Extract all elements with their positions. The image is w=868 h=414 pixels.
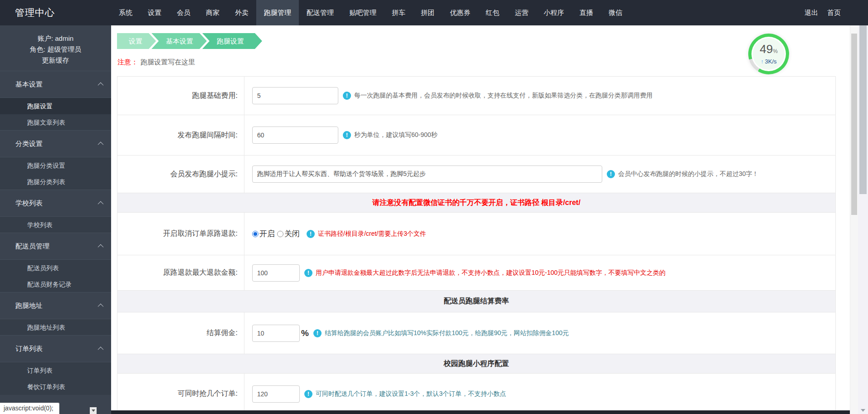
radio-button-icon[interactable] bbox=[277, 231, 283, 237]
browser-status-bar: javascript:void(0); bbox=[0, 403, 59, 414]
text-input[interactable] bbox=[252, 87, 338, 104]
field-label: 原路退款最大退款金额: bbox=[117, 255, 244, 290]
home-link[interactable]: 首页 bbox=[827, 0, 841, 25]
form-row: 校园跑腿小程序配置 bbox=[117, 354, 835, 374]
sidebar-item[interactable]: 跑腿分类列表 bbox=[0, 174, 111, 190]
chevron-up-icon bbox=[98, 303, 104, 309]
content-scrollbar[interactable] bbox=[850, 25, 858, 414]
sidebar-item[interactable]: 配送员列表 bbox=[0, 260, 111, 276]
refresh-cache-link[interactable]: 更新缓存 bbox=[0, 55, 111, 66]
up-arrow-icon: ↑ bbox=[761, 58, 763, 65]
gauge-speed: ↑3K/s bbox=[761, 58, 776, 65]
sidebar-item[interactable]: 跑腿分类设置 bbox=[0, 157, 111, 174]
sidebar-item[interactable]: 学校列表 bbox=[0, 217, 111, 233]
breadcrumb-step[interactable]: 设置 bbox=[117, 33, 156, 49]
field-body: 开启关闭!证书路径/根目录/cret/需要上传3个文件 bbox=[244, 229, 835, 239]
nav-item[interactable]: 拼车 bbox=[384, 0, 413, 25]
warning-text: 请注意没有配置微信证书的千万不要开启，证书路径 根目录/cret/ bbox=[372, 198, 580, 208]
nav-item[interactable]: 设置 bbox=[140, 0, 169, 25]
field-label: 可同时抢几个订单: bbox=[117, 374, 244, 414]
nav-item[interactable]: 外卖 bbox=[227, 0, 256, 25]
text-input[interactable] bbox=[252, 166, 602, 183]
nav-item[interactable]: 拼团 bbox=[413, 0, 442, 25]
page-bottom-strip bbox=[111, 410, 858, 414]
sidebar-group-label: 配送员管理 bbox=[15, 242, 49, 251]
sidebar-item[interactable]: 餐饮订单列表 bbox=[0, 379, 111, 395]
field-body: !用户申请退款金额最大超过此数字后无法申请退款，不支持小数点，建议设置10元-1… bbox=[244, 264, 835, 282]
help-text: 证书路径/根目录/cret/需要上传3个文件 bbox=[318, 230, 426, 238]
radio-option[interactable]: 关闭 bbox=[277, 229, 300, 239]
network-gauge: 49% ↑3K/s bbox=[748, 34, 789, 74]
sidebar-group[interactable]: 配送员管理 bbox=[0, 233, 111, 260]
text-input[interactable] bbox=[252, 385, 300, 403]
field-label: 会员发布跑腿小提示: bbox=[117, 156, 244, 193]
help-text: 每一次跑腿的基本费用，会员发布的时候收取，支持在线支付，新版如果筛选分类，在跑腿… bbox=[354, 92, 653, 100]
sidebar-group[interactable]: 学校列表 bbox=[0, 190, 111, 217]
sidebar-menu: 基本设置跑腿设置跑腿文章列表分类设置跑腿分类设置跑腿分类列表学校列表学校列表配送… bbox=[0, 71, 111, 395]
text-input[interactable] bbox=[252, 325, 300, 342]
content-scrollbar-thumb[interactable] bbox=[851, 34, 857, 215]
sidebar-item[interactable]: 配送员财务记录 bbox=[0, 276, 111, 292]
main-content: 设置基本设置跑腿设置 注意：跑腿设置写在这里 49% ↑3K/s 跑腿基础费用:… bbox=[111, 25, 850, 414]
info-icon: ! bbox=[307, 230, 315, 238]
nav-item[interactable]: 商家 bbox=[198, 0, 227, 25]
help-text: 可同时配送几个订单，建议设置1-3个，默认3个订单，不支持小数点 bbox=[316, 390, 506, 398]
chevron-up-icon bbox=[98, 346, 104, 352]
nav-item[interactable]: 红包 bbox=[478, 0, 507, 25]
sidebar: 账户: admin 角色: 超级管理员 更新缓存 基本设置跑腿设置跑腿文章列表分… bbox=[0, 25, 111, 414]
settings-form: 跑腿基础费用:!每一次跑腿的基本费用，会员发布的时候收取，支持在线支付，新版如果… bbox=[117, 76, 836, 414]
nav-item[interactable]: 配送管理 bbox=[299, 0, 341, 25]
logout-link[interactable]: 退出 bbox=[805, 0, 818, 25]
sidebar-group[interactable]: 订单列表 bbox=[0, 335, 111, 362]
account-role: 角色: 超级管理员 bbox=[0, 44, 111, 55]
form-row: 可同时抢几个订单:!可同时配送几个订单，建议设置1-3个，默认3个订单，不支持小… bbox=[117, 374, 835, 414]
nav-item[interactable]: 小程序 bbox=[536, 0, 572, 25]
sidebar-item[interactable]: 跑腿地址列表 bbox=[0, 319, 111, 336]
nav-menu: 系统设置会员商家外卖跑腿管理配送管理贴吧管理拼车拼团优惠券红包运营小程序直播微信 bbox=[111, 0, 630, 25]
sidebar-group[interactable]: 基本设置 bbox=[0, 71, 111, 98]
nav-right-links: 退出首页 bbox=[805, 0, 868, 25]
browser-scrollbar-thumb[interactable] bbox=[859, 8, 867, 194]
sidebar-item-active[interactable]: 跑腿设置 bbox=[0, 98, 111, 114]
chevron-up-icon bbox=[98, 141, 104, 147]
gauge-percent: 49% bbox=[760, 43, 778, 57]
radio-button-icon[interactable] bbox=[252, 231, 258, 237]
chevron-up-icon bbox=[98, 244, 104, 250]
sidebar-group[interactable]: 分类设置 bbox=[0, 130, 111, 157]
triangle-down-icon bbox=[861, 409, 865, 412]
sidebar-group-label: 基本设置 bbox=[15, 80, 43, 89]
nav-item[interactable]: 会员 bbox=[169, 0, 198, 25]
text-input[interactable] bbox=[252, 264, 300, 282]
info-icon: ! bbox=[607, 170, 615, 178]
field-body: !每一次跑腿的基本费用，会员发布的时候收取，支持在线支付，新版如果筛选分类，在跑… bbox=[244, 87, 835, 104]
scroll-down-button[interactable] bbox=[858, 406, 868, 414]
account-user: 账户: admin bbox=[0, 33, 111, 44]
browser-scrollbar[interactable] bbox=[858, 0, 868, 414]
breadcrumb-step[interactable]: 跑腿设置 bbox=[202, 33, 262, 49]
field-label: 开启取消订单原路退款: bbox=[117, 213, 244, 255]
form-row: 发布跑腿间隔时间:!秒为单位，建议填写60-900秒 bbox=[117, 115, 835, 156]
app-title: 管理中心 bbox=[0, 6, 111, 19]
field-label: 发布跑腿间隔时间: bbox=[117, 115, 244, 155]
info-icon: ! bbox=[313, 329, 322, 337]
nav-item[interactable]: 运营 bbox=[507, 0, 536, 25]
nav-item[interactable]: 直播 bbox=[572, 0, 601, 25]
sidebar-item[interactable]: 订单列表 bbox=[0, 362, 111, 379]
info-icon: ! bbox=[343, 92, 351, 100]
form-row: 请注意没有配置微信证书的千万不要开启，证书路径 根目录/cret/ bbox=[117, 193, 835, 213]
nav-item[interactable]: 系统 bbox=[111, 0, 140, 25]
nav-item[interactable]: 微信 bbox=[601, 0, 630, 25]
nav-item[interactable]: 贴吧管理 bbox=[341, 0, 384, 25]
sidebar-scroll-down-button[interactable] bbox=[90, 407, 97, 414]
nav-item[interactable]: 优惠券 bbox=[442, 0, 478, 25]
nav-item-active[interactable]: 跑腿管理 bbox=[256, 0, 299, 25]
field-body: !可同时配送几个订单，建议设置1-3个，默认3个订单，不支持小数点 bbox=[244, 385, 835, 403]
help-text: 用户申请退款金额最大超过此数字后无法申请退款，不支持小数点，建议设置10元-10… bbox=[316, 269, 666, 277]
sidebar-group[interactable]: 跑腿地址 bbox=[0, 292, 111, 319]
sidebar-group-label: 订单列表 bbox=[15, 345, 43, 353]
sidebar-item[interactable]: 跑腿文章列表 bbox=[0, 114, 111, 131]
text-input[interactable] bbox=[252, 127, 338, 144]
field-label: 结算佣金: bbox=[117, 312, 244, 354]
radio-option[interactable]: 开启 bbox=[252, 229, 275, 239]
breadcrumb-step[interactable]: 基本设置 bbox=[151, 33, 207, 49]
